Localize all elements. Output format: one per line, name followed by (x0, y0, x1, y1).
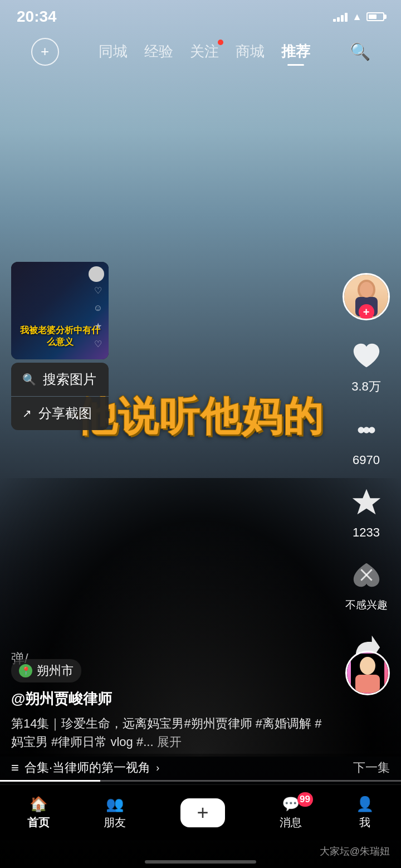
search-image-icon: 🔍 (22, 373, 36, 386)
bottom-content-info: 📍 朔州市 @朔州贾峻律师 第14集｜珍爱生命，远离妈宝男#朔州贾律师 #离婚调… (0, 659, 334, 751)
profile-icon: 👤 (356, 796, 374, 813)
svg-point-2 (360, 282, 373, 298)
status-bar: 20:34 ▲ (0, 0, 401, 33)
svg-rect-11 (355, 675, 380, 693)
signal-icon (333, 12, 348, 22)
author-name[interactable]: @朔州贾峻律师 (11, 689, 323, 709)
progress-fill (0, 780, 100, 782)
top-navigation: + 同城 经验 关注 商城 推荐 🔍 (0, 31, 401, 72)
next-episode-button[interactable]: 下一集 (353, 759, 390, 776)
bottom-avatar-image (347, 652, 388, 694)
friends-label: 朋友 (104, 815, 126, 830)
me-label: 我 (359, 815, 370, 830)
nav-friends[interactable]: 👥 朋友 (104, 796, 126, 830)
notification-dot (218, 40, 223, 45)
collection-progress-bar (0, 780, 401, 782)
wifi-icon: ▲ (352, 11, 362, 23)
dislike-icon-wrapper (347, 555, 386, 594)
context-menu: ♡ ☺ ★ ♡ 我被老婆分析中有什么意义 🔍 搜索图片 ↗ 分享截图 (11, 262, 109, 430)
star-action[interactable]: 1233 (347, 483, 386, 540)
svg-point-10 (360, 657, 375, 675)
thumb-emoji-icon: ☺ (92, 302, 104, 314)
creator-avatar[interactable]: + (343, 273, 390, 320)
star-icon-wrapper (347, 483, 386, 522)
home-icon: 🏠 (30, 796, 47, 813)
home-label: 首页 (27, 815, 50, 830)
add-button[interactable]: + (31, 38, 59, 66)
expand-button[interactable]: 展开 (157, 735, 182, 749)
add-center-icon: + (197, 801, 208, 825)
thumbnail-preview: ♡ ☺ ★ ♡ 我被老婆分析中有什么意义 (11, 262, 109, 359)
share-screenshot-action[interactable]: ↗ 分享截图 (11, 397, 109, 430)
nav-me[interactable]: 👤 我 (356, 796, 374, 830)
nav-add-button[interactable]: + (180, 798, 225, 827)
svg-marker-6 (352, 489, 380, 514)
home-indicator (145, 860, 256, 864)
tab-guanzhu[interactable]: 关注 (190, 42, 219, 61)
dislike-action[interactable]: 不感兴趣 (345, 555, 388, 612)
attribution-text: 大家坛@朱瑞妞 (320, 845, 390, 858)
bottom-avatar-svg (351, 654, 384, 693)
star-icon (350, 486, 383, 519)
collection-left: ≡ 合集·当律师的第一视角 › (11, 759, 159, 776)
comment-action[interactable]: 6970 (347, 411, 386, 467)
search-image-action[interactable]: 🔍 搜索图片 (11, 363, 109, 396)
message-icon: 💬 (282, 796, 300, 813)
location-icon: 📍 (19, 664, 32, 677)
collection-label: 合集·当律师的第一视角 (25, 759, 150, 776)
dislike-label: 不感兴趣 (345, 598, 388, 612)
status-icons: ▲ (333, 11, 384, 23)
battery-icon (366, 12, 384, 21)
like-action[interactable]: 3.8万 (347, 336, 386, 395)
tab-jingyan[interactable]: 经验 (144, 42, 173, 61)
nav-tabs: 同城 经验 关注 商城 推荐 (99, 42, 310, 61)
chevron-right-icon: › (156, 762, 159, 774)
star-count: 1233 (353, 525, 380, 540)
location-text: 朔州市 (37, 662, 74, 679)
like-icon-wrapper (347, 336, 386, 375)
share-icon: ↗ (22, 407, 32, 420)
messages-label: 消息 (280, 815, 302, 830)
location-tag[interactable]: 📍 朔州市 (11, 659, 81, 682)
message-badge: 99 (297, 792, 313, 807)
search-button[interactable]: 🔍 (350, 42, 370, 61)
context-thumbnail: ♡ ☺ ★ ♡ 我被老婆分析中有什么意义 (11, 262, 109, 359)
like-count: 3.8万 (351, 378, 381, 395)
right-action-bar: + 3.8万 6970 1233 (343, 273, 390, 687)
nav-messages[interactable]: 💬 消息 99 (280, 796, 302, 830)
tab-tongcheng[interactable]: 同城 (99, 42, 128, 61)
thumbnail-avatar (89, 266, 104, 282)
friends-icon: 👥 (106, 796, 124, 813)
tab-tuijian[interactable]: 推荐 (281, 42, 310, 61)
comment-icon-wrapper (347, 411, 386, 450)
collection-bar[interactable]: ≡ 合集·当律师的第一视角 › 下一集 (0, 754, 401, 782)
dislike-icon (350, 559, 383, 591)
tab-shangcheng[interactable]: 商城 (236, 42, 265, 61)
svg-point-5 (368, 427, 375, 433)
nav-home[interactable]: 🏠 首页 (27, 796, 50, 830)
bottom-navigation: 🏠 首页 👥 朋友 + 💬 消息 99 👤 我 (0, 784, 401, 840)
like-icon (350, 339, 383, 372)
content-description: 第14集｜珍爱生命，远离妈宝男#朔州贾律师 #离婚调解 #妈宝男 #律师日常 v… (11, 714, 323, 751)
follow-button[interactable]: + (359, 304, 374, 320)
context-actions: 🔍 搜索图片 ↗ 分享截图 (11, 363, 109, 430)
layers-icon: ≡ (11, 760, 19, 776)
status-time: 20:34 (17, 8, 57, 26)
thumbnail-text: 我被老婆分析中有什么意义 (16, 325, 104, 348)
comment-icon (350, 414, 383, 446)
bottom-right-avatar[interactable] (345, 651, 390, 695)
thumb-heart-icon: ♡ (92, 284, 104, 296)
comment-count: 6970 (353, 453, 380, 467)
